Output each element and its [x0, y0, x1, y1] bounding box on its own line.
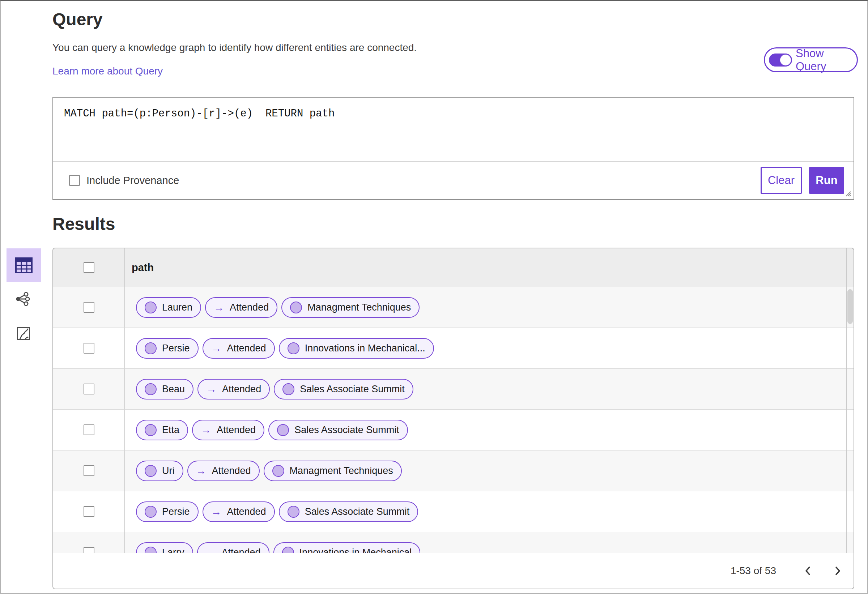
row-checkbox-cell	[53, 491, 125, 532]
node-pill[interactable]: Uri	[136, 461, 183, 481]
include-provenance-label: Include Provenance	[86, 175, 179, 187]
arrow-right-icon: →	[211, 507, 222, 517]
page-description: You can query a knowledge graph to ident…	[52, 42, 417, 53]
view-graph-button[interactable]	[15, 291, 31, 307]
node-circle-icon	[145, 506, 156, 518]
path-cell: Larry → Attended Innovations in Mechanic…	[125, 532, 853, 553]
node-circle-icon	[145, 547, 156, 553]
node-pill[interactable]: Persie	[136, 501, 199, 522]
edge-pill[interactable]: → Attended	[202, 501, 275, 522]
table-row: Persie → Attended Sales Associate Summit	[53, 491, 853, 532]
path-cell: Lauren → Attended Managment Techniques	[125, 287, 853, 327]
run-button[interactable]: Run	[809, 167, 844, 194]
edge-pill[interactable]: → Attended	[187, 461, 260, 481]
node-circle-icon	[145, 383, 156, 395]
chevron-left-icon	[804, 566, 812, 576]
view-table-button[interactable]	[6, 248, 41, 282]
show-query-toggle[interactable]: Show Query	[764, 47, 858, 72]
edge-pill[interactable]: → Attended	[197, 542, 269, 553]
chevron-right-icon	[833, 566, 842, 576]
node-pill[interactable]: Sales Associate Summit	[279, 501, 418, 522]
node-label: Innovations in Mechanical	[300, 547, 412, 553]
scrollbar-thumb[interactable]	[847, 289, 853, 324]
view-chart-button[interactable]	[16, 326, 31, 341]
scrollbar[interactable]	[846, 248, 853, 553]
clear-button[interactable]: Clear	[760, 167, 802, 194]
pagination: 1-53 of 53	[53, 553, 853, 588]
node-pill[interactable]: Etta	[136, 420, 188, 440]
column-header-path: path	[125, 248, 853, 287]
node-circle-icon	[145, 465, 156, 477]
resize-handle-icon[interactable]	[843, 189, 852, 198]
row-checkbox[interactable]	[84, 424, 94, 435]
edge-label: Attended	[227, 506, 266, 517]
results-rows: Lauren → Attended Managment Techniques P…	[53, 287, 853, 553]
node-label: Lauren	[162, 302, 192, 313]
node-circle-icon	[145, 424, 156, 436]
node-pill[interactable]: Managment Techniques	[281, 297, 419, 318]
node-pill[interactable]: Persie	[136, 338, 199, 359]
results-title: Results	[52, 214, 115, 234]
table-row: Larry → Attended Innovations in Mechanic…	[53, 532, 853, 553]
path-cell: Persie → Attended Innovations in Mechani…	[125, 328, 853, 368]
node-label: Larry	[162, 547, 185, 553]
edge-pill[interactable]: → Attended	[198, 379, 270, 399]
row-checkbox[interactable]	[84, 302, 94, 313]
arrow-right-icon: →	[211, 343, 222, 354]
learn-more-link[interactable]: Learn more about Query	[52, 65, 163, 77]
node-circle-icon	[277, 424, 289, 436]
row-checkbox[interactable]	[84, 343, 94, 354]
arrow-right-icon: →	[196, 466, 207, 476]
node-pill[interactable]: Sales Associate Summit	[269, 420, 408, 440]
node-pill[interactable]: Beau	[136, 379, 193, 399]
query-textarea[interactable]: MATCH path=(p:Person)-[r]->(e) RETURN pa…	[53, 97, 853, 162]
edge-label: Attended	[222, 383, 261, 395]
include-provenance-checkbox[interactable]	[69, 175, 80, 186]
node-label: Sales Associate Summit	[294, 424, 399, 436]
row-checkbox-cell	[53, 410, 125, 450]
path-cell: Uri → Attended Managment Techniques	[125, 451, 853, 491]
arrow-right-icon: →	[201, 425, 211, 435]
graph-view-icon	[15, 291, 30, 307]
node-circle-icon	[290, 302, 302, 314]
select-all-checkbox[interactable]	[84, 262, 94, 273]
node-pill[interactable]: Innovations in Mechanical	[273, 542, 421, 553]
node-circle-icon	[272, 465, 284, 477]
query-footer: Include Provenance Clear Run	[53, 162, 853, 199]
row-checkbox[interactable]	[84, 547, 94, 553]
row-checkbox-cell	[53, 287, 125, 327]
row-checkbox[interactable]	[84, 465, 94, 476]
node-circle-icon	[145, 342, 156, 354]
node-label: Sales Associate Summit	[305, 506, 410, 517]
next-page-button[interactable]	[830, 563, 846, 579]
arrow-right-icon: →	[206, 547, 216, 553]
toggle-switch-icon[interactable]	[769, 53, 792, 66]
edge-pill[interactable]: → Attended	[205, 297, 278, 318]
row-checkbox-cell	[53, 328, 125, 368]
node-pill[interactable]: Larry	[136, 542, 193, 553]
path-cell: Persie → Attended Sales Associate Summit	[125, 491, 853, 532]
edge-label: Attended	[217, 424, 256, 436]
edge-pill[interactable]: → Attended	[192, 420, 264, 440]
node-pill[interactable]: Lauren	[136, 297, 201, 318]
row-checkbox[interactable]	[84, 383, 94, 394]
prev-page-button[interactable]	[800, 563, 816, 579]
row-checkbox[interactable]	[84, 506, 94, 517]
edge-label: Attended	[212, 465, 251, 476]
node-label: Sales Associate Summit	[300, 383, 405, 395]
results-table: path Lauren → Attended Managment Techniq…	[52, 248, 854, 589]
edge-label: Attended	[222, 547, 261, 553]
header-checkbox-cell	[53, 248, 125, 287]
node-label: Etta	[162, 424, 179, 436]
table-scroll-area: path Lauren → Attended Managment Techniq…	[53, 248, 853, 553]
node-pill[interactable]: Sales Associate Summit	[274, 379, 413, 399]
path-cell: Beau → Attended Sales Associate Summit	[125, 369, 853, 409]
row-checkbox-cell	[53, 532, 125, 553]
node-circle-icon	[145, 302, 156, 314]
table-view-icon	[15, 257, 33, 274]
pagination-label: 1-53 of 53	[731, 565, 776, 577]
node-pill[interactable]: Managment Techniques	[264, 461, 402, 481]
edge-pill[interactable]: → Attended	[202, 338, 275, 359]
chart-view-icon	[17, 327, 30, 340]
node-pill[interactable]: Innovations in Mechanical...	[279, 338, 434, 359]
